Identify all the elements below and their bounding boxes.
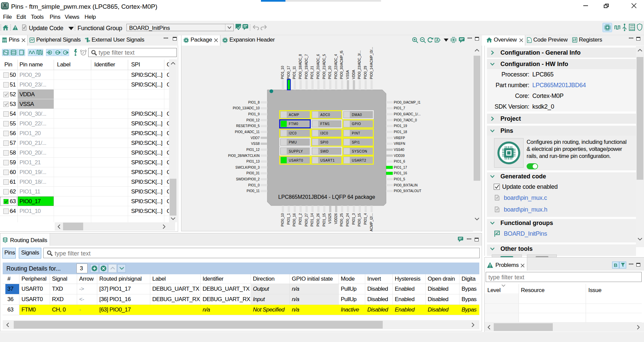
svg-text:PIO0_8/XTALIN: PIO0_8/XTALIN: [394, 183, 418, 187]
svg-text:PIO0_15: PIO0_15: [358, 213, 361, 227]
svg-text:VDD7: VDD7: [251, 136, 260, 140]
svg-text:PIO1_0: PIO1_0: [248, 183, 260, 187]
svg-text:PIO0_31: PIO0_31: [247, 171, 260, 175]
svg-text:SUPPLY: SUPPLY: [289, 150, 303, 153]
svg-text:PIO0_20/ADC_6: PIO0_20/ADC_6: [316, 54, 320, 79]
svg-text:LPC865M201JBD64 - LQFP 64 pack: LPC865M201JBD64 - LQFP 64 package: [278, 194, 375, 200]
svg-text:VDD39: VDD39: [394, 154, 405, 158]
svg-text:RESET/PIO0_5: RESET/PIO0_5: [236, 124, 260, 128]
svg-text:PIO0_1/ACMP_I2/...: PIO0_1/ACMP_I2/...: [370, 213, 373, 231]
svg-text:FTM1: FTM1: [320, 122, 330, 126]
svg-text:USART2: USART2: [352, 159, 366, 162]
svg-text:PIO0_28/WKTCLKIN: PIO0_28/WKTCLKIN: [228, 154, 260, 158]
svg-text:PIO1_9: PIO1_9: [248, 112, 260, 116]
svg-text:VDD26: VDD26: [334, 213, 338, 224]
svg-text:PIO0_10: PIO0_10: [281, 213, 284, 227]
svg-text:PIO0_22/ADC_4: PIO0_22/ADC_4: [334, 54, 338, 79]
svg-text:PIO0_12: PIO0_12: [247, 118, 260, 122]
svg-text:PIO1_11: PIO1_11: [292, 66, 296, 79]
svg-text:PIO1_2: PIO1_2: [299, 213, 302, 225]
svg-text:PIO1_15: PIO1_15: [322, 213, 326, 227]
svg-text:PIO0_13/ADC_10: PIO0_13/ADC_10: [233, 106, 260, 110]
svg-text:PIO1_6: PIO1_6: [394, 160, 405, 163]
svg-text:PIO1_20: PIO1_20: [328, 66, 332, 79]
svg-text:PIO1_5: PIO1_5: [394, 177, 405, 181]
svg-text:0101: 0101: [630, 28, 635, 31]
svg-text:PIO0_6/ADC_1/...: PIO0_6/ADC_1/...: [394, 112, 421, 116]
svg-text:VSS8: VSS8: [251, 142, 260, 146]
svg-text:PIO0_24: PIO0_24: [346, 213, 350, 227]
svg-text:PIO1_1: PIO1_1: [287, 213, 290, 225]
svg-text:PIO0_0/ACMP_I1: PIO0_0/ACMP_I1: [394, 101, 421, 104]
svg-text:PIO1_19: PIO1_19: [394, 124, 407, 128]
svg-text:PIO1_21: PIO1_21: [310, 66, 314, 79]
svg-text:PIO0_25: PIO0_25: [340, 213, 343, 227]
svg-text:PIO0_23/ADC_3/...: PIO0_23/ADC_3/...: [358, 50, 361, 79]
svg-text:PIO1_17: PIO1_17: [394, 166, 407, 169]
svg-text:I3C0: I3C0: [320, 131, 328, 135]
svg-text:PIO0_27: PIO0_27: [305, 213, 308, 227]
svg-text:PIO1_10: PIO1_10: [281, 66, 284, 79]
svg-text:PIO0_19/ADC_7: PIO0_19/ADC_7: [305, 54, 308, 79]
svg-text:I2C0: I2C0: [289, 131, 297, 135]
svg-text:VSSA: VSSA: [346, 70, 350, 79]
svg-text:SPI0: SPI0: [320, 140, 328, 144]
svg-text:VDDA: VDDA: [352, 70, 356, 79]
svg-text:PIO0_18/ADC_8: PIO0_18/ADC_8: [299, 54, 302, 79]
svg-text:PIO0_16: PIO0_16: [292, 213, 296, 227]
svg-text:PIO1_4: PIO1_4: [364, 213, 367, 225]
svg-text:PIO0_4/ADC_11: PIO0_4/ADC_11: [235, 130, 260, 134]
svg-text:PIO0_14/ACMP_I3/...: PIO0_14/ACMP_I3/...: [370, 47, 373, 79]
svg-text:PIO0_21/ADC_5: PIO0_21/ADC_5: [322, 54, 326, 79]
svg-text:PIO0_7/ADC_0: PIO0_7/ADC_0: [394, 118, 417, 122]
svg-text:PIO0_9/XTALOUT: PIO0_9/XTALOUT: [394, 189, 421, 193]
svg-text:PIO1_14: PIO1_14: [310, 213, 314, 227]
svg-text:A: A: [436, 38, 438, 42]
svg-text:PINT: PINT: [352, 131, 360, 135]
svg-text:SPI1: SPI1: [352, 140, 360, 144]
svg-text:PIO1_13: PIO1_13: [247, 160, 260, 163]
svg-text:SWD: SWD: [320, 150, 329, 153]
svg-text:VSS25: VSS25: [328, 213, 332, 224]
svg-text:VREFP: VREFP: [394, 136, 405, 140]
svg-text:VSS40: VSS40: [394, 148, 405, 152]
svg-text:PIO1_16: PIO1_16: [394, 171, 407, 175]
svg-text:GPIO: GPIO: [352, 122, 361, 126]
svg-text:SWCLK/PIO0_3: SWCLK/PIO0_3: [235, 166, 260, 169]
svg-text:PMU: PMU: [289, 140, 297, 144]
svg-text:ACMP: ACMP: [289, 113, 299, 117]
svg-text:SWDIO/PIO0_2: SWDIO/PIO0_2: [236, 177, 260, 181]
svg-text:FTM0: FTM0: [289, 122, 299, 126]
svg-text:ADC0: ADC0: [320, 113, 330, 117]
svg-text:PIO0_11: PIO0_11: [247, 189, 260, 193]
svg-text:DMA0: DMA0: [352, 113, 362, 117]
svg-text:c: c: [528, 39, 530, 42]
svg-text:PIO1_12: PIO1_12: [247, 148, 260, 152]
svg-text:PIO0_17: PIO0_17: [287, 66, 290, 79]
svg-text:PIO0_26: PIO0_26: [316, 213, 320, 227]
svg-text:PIO1_8: PIO1_8: [248, 101, 260, 104]
svg-text:PIO1_18: PIO1_18: [394, 130, 407, 134]
svg-text:USART0: USART0: [289, 159, 303, 162]
svg-text:PIO0_29: PIO0_29: [364, 66, 367, 79]
svg-text:SYSCON: SYSCON: [352, 150, 367, 153]
svg-text:PIO0_30/ACMP_I5: PIO0_30/ACMP_I5: [340, 51, 343, 79]
svg-text:VREFN: VREFN: [394, 142, 405, 146]
svg-text:PIO1_7: PIO1_7: [394, 106, 405, 110]
svg-text:USART1: USART1: [320, 159, 335, 162]
svg-text:PIO1_3: PIO1_3: [352, 213, 356, 225]
